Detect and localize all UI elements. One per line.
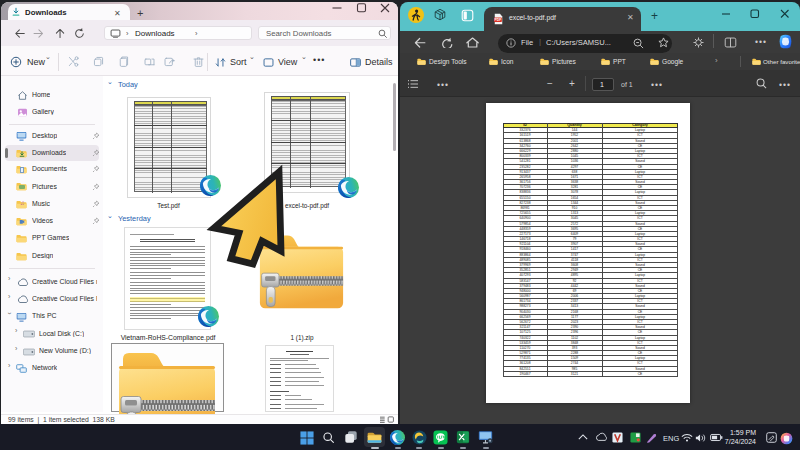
svg-text:PDF: PDF bbox=[494, 18, 501, 22]
